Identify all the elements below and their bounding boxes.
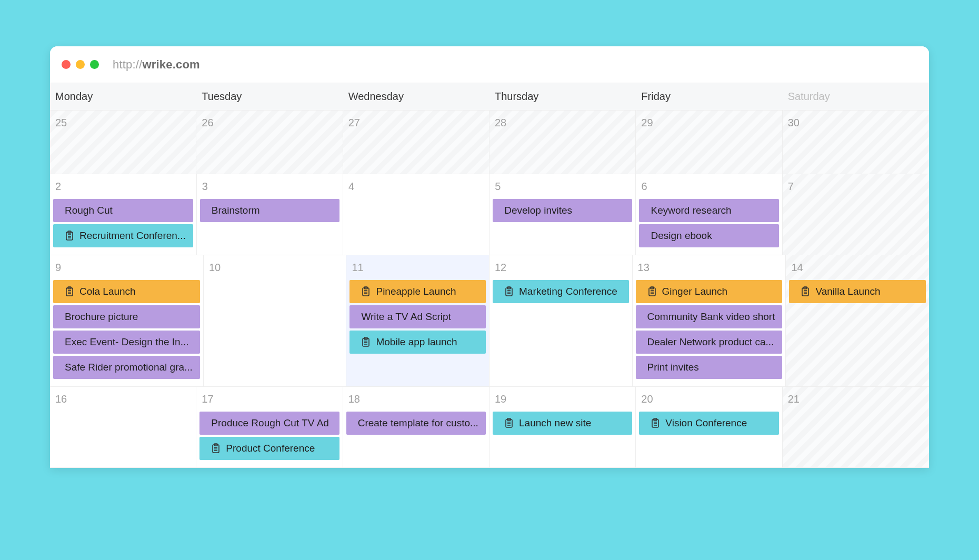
event-label: Brainstorm [212,205,260,216]
url-prefix: http:// [113,58,142,71]
clipboard-icon [361,286,371,297]
day-cell[interactable]: 21 [783,387,929,467]
day-cell[interactable]: 2Rough CutRecruitment Conferen... [50,174,197,255]
day-cell[interactable]: 10 [204,255,347,386]
day-number: 13 [636,258,783,278]
calendar-event[interactable]: Produce Rough Cut TV Ad [199,412,339,435]
calendar-event[interactable]: Product Conference [199,437,339,460]
day-cell[interactable]: 6Keyword researchDesign ebook [636,174,782,255]
day-cell[interactable]: 19Launch new site [490,387,636,467]
day-cell[interactable]: 7 [783,174,929,255]
day-cell[interactable]: 29 [636,111,782,174]
calendar-event[interactable]: Exec Event- Design the In... [53,331,200,354]
event-label: Dealer Network product ca... [647,336,774,348]
browser-window: http://wrike.com MondayTuesdayWednesdayT… [50,46,929,468]
day-header: Saturday [783,83,929,110]
event-label: Write a TV Ad Script [361,311,451,323]
day-cell[interactable]: 17Produce Rough Cut TV AdProduct Confere… [196,387,343,467]
event-label: Recruitment Conferen... [79,230,186,242]
day-number: 6 [639,177,778,197]
day-cell[interactable]: 25 [50,111,196,174]
calendar-event[interactable]: Marketing Conference [493,280,629,303]
calendar-event[interactable]: Develop invites [493,199,632,222]
event-label: Develop invites [504,205,572,216]
day-cell[interactable]: 12Marketing Conference [490,255,633,386]
minimize-dot[interactable] [76,60,85,69]
day-number: 20 [639,390,778,409]
day-cell[interactable]: 28 [490,111,636,174]
clipboard-icon [504,286,514,297]
titlebar: http://wrike.com [50,46,929,83]
address-bar[interactable]: http://wrike.com [113,58,200,72]
day-cell[interactable]: 27 [343,111,490,174]
clipboard-icon [801,286,810,297]
day-cell[interactable]: 9Cola LaunchBrochure pictureExec Event- … [50,255,204,386]
url-host: wrike.com [142,58,199,71]
day-cell[interactable]: 5Develop invites [490,174,636,255]
event-label: Product Conference [226,443,315,454]
day-number: 28 [493,114,632,133]
day-cell[interactable]: 16 [50,387,196,467]
calendar-event[interactable]: Keyword research [639,199,778,222]
calendar-event[interactable]: Create template for custo... [346,412,486,435]
day-header: Tuesday [196,83,343,110]
day-number: 18 [346,390,486,409]
calendar-event[interactable]: Vision Conference [639,412,778,435]
maximize-dot[interactable] [90,60,99,69]
calendar-event[interactable]: Mobile app launch [349,331,486,354]
day-number: 4 [346,177,486,197]
event-label: Pineapple Launch [376,286,456,297]
day-cell[interactable]: 3Brainstorm [197,174,343,255]
event-label: Produce Rough Cut TV Ad [211,417,329,429]
calendar-event[interactable]: Print invites [636,356,783,379]
day-cell[interactable]: 11Pineapple LaunchWrite a TV Ad ScriptMo… [346,255,490,386]
calendar-event[interactable]: Dealer Network product ca... [636,331,783,354]
day-cell[interactable]: 4 [343,174,490,255]
event-label: Community Bank video short [647,311,775,323]
calendar-event[interactable]: Ginger Launch [636,280,783,303]
day-number: 5 [493,177,632,197]
day-cell[interactable]: 14Vanilla Launch [786,255,929,386]
event-label: Create template for custo... [358,417,478,429]
day-cell[interactable]: 30 [783,111,929,174]
event-label: Vision Conference [665,417,747,429]
clipboard-icon [647,286,657,297]
calendar-event[interactable]: Brainstorm [200,199,339,222]
week-row: 2Rough CutRecruitment Conferen...3Brains… [50,174,929,255]
event-label: Brochure picture [65,311,138,323]
week-row: 9Cola LaunchBrochure pictureExec Event- … [50,255,929,387]
day-number: 27 [346,114,486,133]
day-cell[interactable]: 13Ginger LaunchCommunity Bank video shor… [633,255,786,386]
day-header: Wednesday [343,83,490,110]
close-dot[interactable] [62,60,71,69]
calendar-event[interactable]: Recruitment Conferen... [53,224,193,247]
calendar-event[interactable]: Cola Launch [53,280,200,303]
day-number: 9 [53,258,200,278]
calendar-event[interactable]: Pineapple Launch [349,280,486,303]
event-label: Keyword research [651,205,731,216]
calendar-event[interactable]: Design ebook [639,224,778,247]
day-number: 21 [786,390,926,409]
week-row: 252627282930 [50,111,929,174]
calendar-event[interactable]: Vanilla Launch [789,280,926,303]
calendar-event[interactable]: Rough Cut [53,199,193,222]
clipboard-icon [651,418,660,428]
calendar-weeks: 2526272829302Rough CutRecruitment Confer… [50,111,929,468]
day-cell[interactable]: 26 [196,111,343,174]
calendar-event[interactable]: Safe Rider promotional gra... [53,356,200,379]
calendar-event[interactable]: Community Bank video short [636,305,783,328]
day-number: 7 [786,177,926,197]
week-row: 1617Produce Rough Cut TV AdProduct Confe… [50,387,929,468]
day-number: 26 [199,114,339,133]
day-header: Friday [636,83,782,110]
event-label: Mobile app launch [376,336,457,348]
calendar-event[interactable]: Brochure picture [53,305,200,328]
event-label: Design ebook [651,230,712,242]
clipboard-icon [65,231,74,241]
day-cell[interactable]: 20Vision Conference [636,387,782,467]
event-label: Launch new site [519,417,591,429]
calendar-event[interactable]: Write a TV Ad Script [349,305,486,328]
calendar-event[interactable]: Launch new site [493,412,632,435]
day-header: Thursday [490,83,636,110]
day-cell[interactable]: 18Create template for custo... [343,387,490,467]
